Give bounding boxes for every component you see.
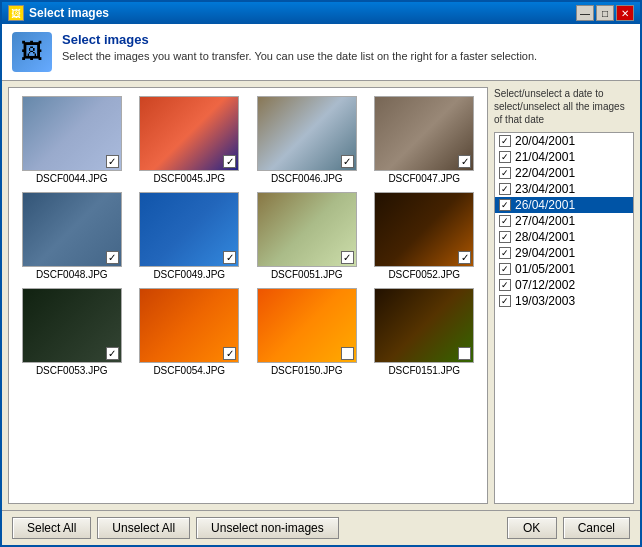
image-label: DSCF0052.JPG [388,269,460,280]
image-label: DSCF0151.JPG [388,365,460,376]
date-checkbox[interactable] [499,295,511,307]
image-checkbox[interactable] [458,155,471,168]
window-icon: 🖼 [8,5,24,21]
title-bar-left: 🖼 Select images [8,5,109,21]
close-button[interactable]: ✕ [616,5,634,21]
image-item[interactable]: DSCF0044.JPG [13,92,131,188]
window-title: Select images [29,6,109,20]
header-icon: 🖼 [12,32,52,72]
image-checkbox[interactable] [223,347,236,360]
image-item[interactable]: DSCF0051.JPG [248,188,366,284]
unselect-non-images-button[interactable]: Unselect non-images [196,517,339,539]
date-label: 20/04/2001 [515,134,575,148]
main-content: DSCF0044.JPGDSCF0045.JPGDSCF0046.JPGDSCF… [2,81,640,510]
date-checkbox[interactable] [499,167,511,179]
date-checkbox[interactable] [499,247,511,259]
image-checkbox[interactable] [106,347,119,360]
image-item[interactable]: DSCF0045.JPG [131,92,249,188]
header-text: Select images Select the images you want… [62,32,537,62]
ok-button[interactable]: OK [507,517,557,539]
image-item[interactable]: DSCF0150.JPG [248,284,366,380]
image-checkbox[interactable] [223,251,236,264]
date-checkbox[interactable] [499,199,511,211]
date-list-item[interactable]: 28/04/2001 [495,229,633,245]
header-description: Select the images you want to transfer. … [62,50,537,62]
image-item[interactable]: DSCF0047.JPG [366,92,484,188]
date-label: 22/04/2001 [515,166,575,180]
date-checkbox[interactable] [499,135,511,147]
image-item[interactable]: DSCF0054.JPG [131,284,249,380]
image-item[interactable]: DSCF0048.JPG [13,188,131,284]
date-checkbox[interactable] [499,231,511,243]
cancel-button[interactable]: Cancel [563,517,630,539]
image-label: DSCF0047.JPG [388,173,460,184]
image-label: DSCF0046.JPG [271,173,343,184]
image-item[interactable]: DSCF0052.JPG [366,188,484,284]
footer-left: Select All Unselect All Unselect non-ima… [12,517,339,539]
unselect-all-button[interactable]: Unselect All [97,517,190,539]
image-label: DSCF0048.JPG [36,269,108,280]
date-label: 07/12/2002 [515,278,575,292]
image-checkbox[interactable] [106,155,119,168]
date-list-item[interactable]: 29/04/2001 [495,245,633,261]
date-checkbox[interactable] [499,151,511,163]
date-checkbox[interactable] [499,279,511,291]
date-label: 26/04/2001 [515,198,575,212]
date-label: 28/04/2001 [515,230,575,244]
title-bar: 🖼 Select images — □ ✕ [2,2,640,24]
image-item[interactable]: DSCF0049.JPG [131,188,249,284]
date-list-item[interactable]: 26/04/2001 [495,197,633,213]
image-item[interactable]: DSCF0053.JPG [13,284,131,380]
date-checkbox[interactable] [499,183,511,195]
footer: Select All Unselect All Unselect non-ima… [2,510,640,545]
image-label: DSCF0044.JPG [36,173,108,184]
image-item[interactable]: DSCF0151.JPG [366,284,484,380]
select-all-button[interactable]: Select All [12,517,91,539]
image-grid: DSCF0044.JPGDSCF0045.JPGDSCF0046.JPGDSCF… [9,88,487,384]
image-checkbox[interactable] [341,251,354,264]
header-section: 🖼 Select images Select the images you wa… [2,24,640,81]
date-list-item[interactable]: 21/04/2001 [495,149,633,165]
date-label: 23/04/2001 [515,182,575,196]
image-panel[interactable]: DSCF0044.JPGDSCF0045.JPGDSCF0046.JPGDSCF… [8,87,488,504]
image-checkbox[interactable] [223,155,236,168]
image-checkbox[interactable] [106,251,119,264]
image-checkbox[interactable] [341,155,354,168]
main-window: 🖼 Select images — □ ✕ 🖼 Select images Se… [0,0,642,547]
image-item[interactable]: DSCF0046.JPG [248,92,366,188]
date-label: 01/05/2001 [515,262,575,276]
image-checkbox[interactable] [341,347,354,360]
image-label: DSCF0054.JPG [153,365,225,376]
date-label: 19/03/2003 [515,294,575,308]
date-checkbox[interactable] [499,215,511,227]
date-list-item[interactable]: 20/04/2001 [495,133,633,149]
date-list-item[interactable]: 19/03/2003 [495,293,633,309]
image-label: DSCF0150.JPG [271,365,343,376]
image-label: DSCF0051.JPG [271,269,343,280]
date-checkbox[interactable] [499,263,511,275]
date-label: 29/04/2001 [515,246,575,260]
date-list-item[interactable]: 27/04/2001 [495,213,633,229]
date-label: 21/04/2001 [515,150,575,164]
footer-right: OK Cancel [507,517,630,539]
side-panel: Select/unselect a date to select/unselec… [494,87,634,504]
date-list[interactable]: 20/04/200121/04/200122/04/200123/04/2001… [494,132,634,504]
title-controls: — □ ✕ [576,5,634,21]
image-checkbox[interactable] [458,251,471,264]
minimize-button[interactable]: — [576,5,594,21]
image-checkbox[interactable] [458,347,471,360]
date-list-item[interactable]: 23/04/2001 [495,181,633,197]
date-label: 27/04/2001 [515,214,575,228]
image-label: DSCF0045.JPG [153,173,225,184]
image-label: DSCF0053.JPG [36,365,108,376]
image-label: DSCF0049.JPG [153,269,225,280]
date-list-item[interactable]: 07/12/2002 [495,277,633,293]
maximize-button[interactable]: □ [596,5,614,21]
date-list-item[interactable]: 01/05/2001 [495,261,633,277]
header-title: Select images [62,32,537,47]
side-panel-hint: Select/unselect a date to select/unselec… [494,87,634,126]
date-list-item[interactable]: 22/04/2001 [495,165,633,181]
